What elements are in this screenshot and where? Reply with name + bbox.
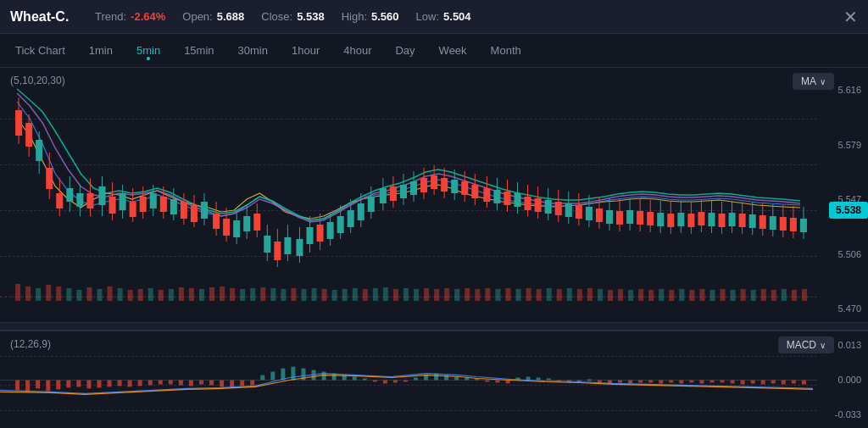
close-button[interactable]: ✕ [843, 7, 858, 27]
svg-rect-227 [761, 289, 766, 301]
svg-rect-204 [526, 288, 531, 301]
svg-rect-302 [721, 380, 725, 382]
svg-rect-117 [616, 211, 623, 225]
timeframe-tick-chart[interactable]: Tick Chart [3, 39, 77, 62]
timeframe-5min[interactable]: 5min [125, 39, 172, 62]
svg-rect-303 [731, 380, 735, 383]
svg-rect-81 [431, 175, 437, 189]
svg-rect-13 [76, 193, 83, 207]
svg-rect-73 [390, 186, 397, 201]
high-stat: High: 5.560 [342, 10, 399, 23]
timeframe-month[interactable]: Month [479, 39, 533, 62]
svg-rect-17 [98, 186, 105, 205]
svg-rect-216 [648, 290, 654, 301]
timeframe-week[interactable]: Week [427, 39, 479, 62]
svg-rect-172 [199, 289, 204, 301]
svg-rect-304 [741, 380, 745, 384]
svg-rect-300 [699, 380, 704, 383]
svg-rect-166 [138, 289, 143, 301]
svg-rect-240 [86, 380, 91, 388]
svg-rect-260 [291, 367, 295, 381]
svg-rect-228 [771, 290, 776, 301]
svg-rect-174 [220, 286, 225, 301]
svg-rect-158 [56, 286, 61, 301]
timeframe-4hour[interactable]: 4hour [331, 39, 383, 62]
svg-rect-169 [169, 289, 174, 301]
svg-rect-11 [66, 188, 73, 202]
macd-indicator-label: (12,26,9) [10, 338, 51, 350]
svg-rect-241 [97, 380, 101, 387]
svg-rect-247 [159, 380, 163, 384]
price-level-4: 5.506 [817, 249, 865, 259]
svg-rect-85 [451, 180, 458, 193]
svg-rect-222 [709, 290, 715, 301]
svg-rect-269 [383, 380, 387, 383]
macd-svg [0, 331, 817, 428]
timeframe-bar: Tick Chart1min5min15min30min1hour4hourDa… [0, 34, 868, 68]
svg-rect-1 [15, 110, 22, 136]
close-stat: Close: 5.538 [261, 10, 324, 23]
price-level-2: 5.579 [817, 140, 865, 150]
svg-rect-272 [414, 378, 418, 381]
macd-chart: (12,26,9) MACD [0, 331, 868, 428]
timeframe-15min[interactable]: 15min [172, 39, 225, 62]
open-value: 5.688 [217, 10, 245, 23]
svg-rect-307 [771, 380, 776, 383]
svg-rect-218 [669, 290, 674, 301]
svg-rect-215 [638, 289, 643, 301]
svg-rect-155 [25, 286, 31, 301]
svg-rect-3 [25, 123, 32, 147]
svg-rect-221 [699, 289, 704, 301]
svg-rect-192 [403, 288, 409, 301]
svg-rect-145 [760, 215, 766, 229]
chart-separator[interactable] [0, 322, 868, 331]
svg-rect-220 [689, 290, 694, 301]
svg-rect-127 [667, 214, 674, 227]
open-label: Open: [182, 10, 212, 23]
macd-button[interactable]: MACD [778, 336, 834, 353]
svg-rect-299 [689, 380, 693, 382]
svg-rect-250 [189, 380, 193, 386]
svg-rect-231 [802, 289, 807, 301]
symbol: Wheat-C. [10, 9, 78, 25]
svg-rect-105 [555, 202, 562, 215]
svg-rect-193 [414, 289, 419, 301]
svg-rect-207 [557, 289, 562, 301]
macd-level-3: -0.033 [821, 409, 865, 420]
ma-button[interactable]: MA [793, 73, 834, 90]
timeframe-day[interactable]: Day [383, 39, 426, 62]
svg-rect-295 [648, 380, 653, 382]
svg-rect-223 [721, 289, 726, 301]
svg-rect-63 [337, 216, 344, 233]
svg-rect-219 [679, 289, 684, 301]
timeframe-30min[interactable]: 30min [226, 39, 280, 62]
trend-label: Trend: [95, 10, 126, 23]
svg-rect-270 [393, 380, 398, 382]
svg-rect-123 [647, 212, 654, 225]
svg-rect-119 [626, 210, 633, 224]
svg-rect-133 [698, 212, 704, 225]
svg-rect-249 [179, 380, 183, 385]
timeframe-1hour[interactable]: 1hour [280, 39, 331, 62]
svg-rect-79 [420, 178, 427, 192]
svg-rect-99 [525, 197, 531, 210]
svg-rect-203 [516, 289, 521, 301]
svg-rect-244 [128, 380, 132, 386]
svg-rect-238 [66, 380, 70, 387]
svg-rect-39 [213, 214, 220, 229]
svg-rect-296 [659, 380, 663, 383]
svg-rect-196 [444, 288, 449, 301]
svg-rect-280 [495, 380, 499, 382]
candlestick-chart [0, 68, 817, 322]
svg-rect-251 [199, 380, 203, 384]
ma-indicator-label: (5,10,20,30) [10, 75, 65, 86]
svg-rect-121 [637, 211, 643, 225]
svg-rect-208 [567, 288, 572, 301]
svg-rect-284 [537, 378, 541, 381]
svg-rect-67 [358, 203, 364, 220]
low-label: Low: [416, 10, 439, 23]
timeframe-1min[interactable]: 1min [77, 39, 125, 62]
svg-rect-35 [191, 205, 198, 222]
svg-rect-179 [270, 288, 275, 301]
svg-rect-198 [465, 288, 470, 301]
